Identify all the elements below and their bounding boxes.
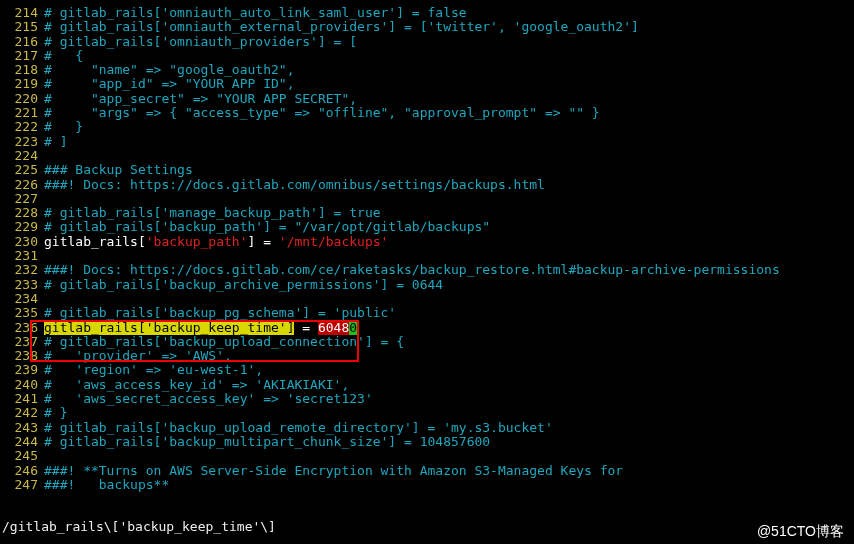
code-editor[interactable]: 214# gitlab_rails['omniauth_auto_link_sa… [0, 0, 854, 492]
line-content[interactable]: # "name" => "google_oauth2", [44, 63, 294, 77]
line-content[interactable]: # gitlab_rails['backup_upload_remote_dir… [44, 421, 553, 435]
line-content[interactable]: # } [44, 406, 67, 420]
line-number: 233 [4, 278, 38, 292]
line-number: 243 [4, 421, 38, 435]
code-line[interactable]: 239# 'region' => 'eu-west-1', [4, 363, 854, 377]
line-content[interactable]: # 'region' => 'eu-west-1', [44, 363, 263, 377]
line-number: 244 [4, 435, 38, 449]
line-content[interactable]: gitlab_rails['backup_keep_time'] = 60480 [44, 321, 357, 335]
line-number: 225 [4, 163, 38, 177]
vim-command-line[interactable]: /gitlab_rails\['backup_keep_time'\] [2, 520, 276, 534]
watermark: @51CTO博客 [757, 524, 844, 538]
code-line[interactable]: 230gitlab_rails['backup_path'] = '/mnt/b… [4, 235, 854, 249]
code-line[interactable]: 227 [4, 192, 854, 206]
line-number: 223 [4, 135, 38, 149]
code-line[interactable]: 246###! **Turns on AWS Server-Side Encry… [4, 464, 854, 478]
line-content[interactable]: # "app_id" => "YOUR APP ID", [44, 77, 294, 91]
line-content[interactable]: # gitlab_rails['manage_backup_path'] = t… [44, 206, 381, 220]
line-number: 217 [4, 49, 38, 63]
code-line[interactable]: 220# "app_secret" => "YOUR APP SECRET", [4, 92, 854, 106]
line-content[interactable]: # 'provider' => 'AWS', [44, 349, 232, 363]
line-number: 240 [4, 378, 38, 392]
code-line[interactable]: 228# gitlab_rails['manage_backup_path'] … [4, 206, 854, 220]
line-content[interactable]: ###! Docs: https://docs.gitlab.com/ce/ra… [44, 263, 780, 277]
line-number: 227 [4, 192, 38, 206]
line-number: 220 [4, 92, 38, 106]
line-content[interactable]: # "args" => { "access_type" => "offline"… [44, 106, 600, 120]
code-line[interactable]: 224 [4, 149, 854, 163]
line-content[interactable]: # gitlab_rails['backup_archive_permissio… [44, 278, 443, 292]
code-line[interactable]: 217# { [4, 49, 854, 63]
code-line[interactable]: 222# } [4, 120, 854, 134]
code-line[interactable]: 238# 'provider' => 'AWS', [4, 349, 854, 363]
code-line[interactable]: 221# "args" => { "access_type" => "offli… [4, 106, 854, 120]
line-number: 226 [4, 178, 38, 192]
code-line[interactable]: 237# gitlab_rails['backup_upload_connect… [4, 335, 854, 349]
code-line[interactable]: 226###! Docs: https://docs.gitlab.com/om… [4, 178, 854, 192]
code-line[interactable]: 245 [4, 449, 854, 463]
code-line[interactable]: 223# ] [4, 135, 854, 149]
line-content[interactable]: # gitlab_rails['backup_multipart_chunk_s… [44, 435, 490, 449]
line-content[interactable]: # gitlab_rails['omniauth_external_provid… [44, 20, 639, 34]
line-content[interactable]: gitlab_rails['backup_path'] = '/mnt/back… [44, 235, 388, 249]
line-number: 228 [4, 206, 38, 220]
code-line[interactable]: 236gitlab_rails['backup_keep_time'] = 60… [4, 321, 854, 335]
line-number: 238 [4, 349, 38, 363]
line-content[interactable]: # gitlab_rails['backup_upload_connection… [44, 335, 404, 349]
code-line[interactable]: 218# "name" => "google_oauth2", [4, 63, 854, 77]
line-number: 222 [4, 120, 38, 134]
code-line[interactable]: 215# gitlab_rails['omniauth_external_pro… [4, 20, 854, 34]
line-content[interactable]: # gitlab_rails['omniauth_auto_link_saml_… [44, 6, 467, 20]
line-content[interactable]: # 'aws_secret_access_key' => 'secret123' [44, 392, 373, 406]
code-line[interactable]: 244# gitlab_rails['backup_multipart_chun… [4, 435, 854, 449]
line-number: 234 [4, 292, 38, 306]
line-number: 242 [4, 406, 38, 420]
line-number: 247 [4, 478, 38, 492]
code-line[interactable]: 234 [4, 292, 854, 306]
line-content[interactable]: # "app_secret" => "YOUR APP SECRET", [44, 92, 357, 106]
code-line[interactable]: 216# gitlab_rails['omniauth_providers'] … [4, 35, 854, 49]
line-number: 236 [4, 321, 38, 335]
line-content[interactable]: ###! Docs: https://docs.gitlab.com/omnib… [44, 178, 545, 192]
code-line[interactable]: 242# } [4, 406, 854, 420]
code-line[interactable]: 214# gitlab_rails['omniauth_auto_link_sa… [4, 6, 854, 20]
code-line[interactable]: 241# 'aws_secret_access_key' => 'secret1… [4, 392, 854, 406]
line-number: 215 [4, 20, 38, 34]
line-number: 245 [4, 449, 38, 463]
code-line[interactable]: 229# gitlab_rails['backup_path'] = "/var… [4, 220, 854, 234]
code-line[interactable]: 232###! Docs: https://docs.gitlab.com/ce… [4, 263, 854, 277]
line-content[interactable]: # { [44, 49, 83, 63]
code-line[interactable]: 225### Backup Settings [4, 163, 854, 177]
line-content[interactable]: ###! **Turns on AWS Server-Side Encrypti… [44, 464, 623, 478]
line-content[interactable]: # ] [44, 135, 67, 149]
code-line[interactable]: 247###! backups** [4, 478, 854, 492]
line-number: 230 [4, 235, 38, 249]
line-content[interactable]: ### Backup Settings [44, 163, 193, 177]
line-content[interactable]: # gitlab_rails['omniauth_providers'] = [ [44, 35, 357, 49]
code-line[interactable]: 235# gitlab_rails['backup_pg_schema'] = … [4, 306, 854, 320]
line-number: 221 [4, 106, 38, 120]
code-line[interactable]: 219# "app_id" => "YOUR APP ID", [4, 77, 854, 91]
code-line[interactable]: 233# gitlab_rails['backup_archive_permis… [4, 278, 854, 292]
code-line[interactable]: 243# gitlab_rails['backup_upload_remote_… [4, 421, 854, 435]
line-number: 232 [4, 263, 38, 277]
code-line[interactable]: 240# 'aws_access_key_id' => 'AKIAKIAKI', [4, 378, 854, 392]
line-content[interactable]: # gitlab_rails['backup_path'] = "/var/op… [44, 220, 490, 234]
line-number: 235 [4, 306, 38, 320]
line-number: 218 [4, 63, 38, 77]
line-content[interactable]: # gitlab_rails['backup_pg_schema'] = 'pu… [44, 306, 396, 320]
code-line[interactable]: 231 [4, 249, 854, 263]
line-number: 216 [4, 35, 38, 49]
line-number: 239 [4, 363, 38, 377]
line-number: 237 [4, 335, 38, 349]
line-content[interactable]: # 'aws_access_key_id' => 'AKIAKIAKI', [44, 378, 349, 392]
line-content[interactable]: ###! backups** [44, 478, 169, 492]
line-number: 241 [4, 392, 38, 406]
line-number: 214 [4, 6, 38, 20]
line-number: 219 [4, 77, 38, 91]
line-number: 224 [4, 149, 38, 163]
line-content[interactable]: # } [44, 120, 83, 134]
line-number: 231 [4, 249, 38, 263]
line-number: 229 [4, 220, 38, 234]
line-number: 246 [4, 464, 38, 478]
